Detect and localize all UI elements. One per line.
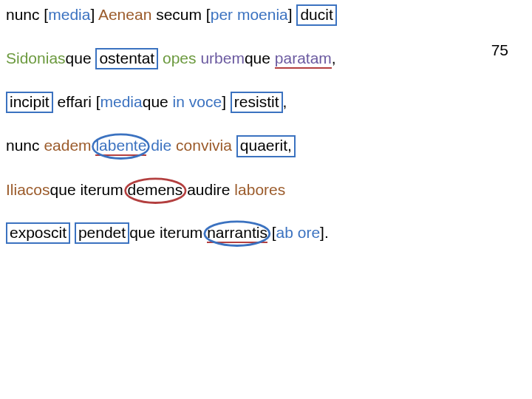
verse-line-1: nunc [media] Aenean secum [per moenia] d… [6,4,525,26]
text: audire [183,181,234,198]
word-ab-ore: ab ore [276,224,321,241]
text: , [332,50,336,66]
word-narrantis: narrantis [207,222,267,243]
text: ] [90,6,98,23]
narrantis-text: narrantis [207,224,267,243]
text: effari [ [53,93,100,110]
boxed-quaerit: quaerit, [236,135,296,157]
boxed-ostentat: ostentat [95,48,158,69]
text: que iterum [50,181,128,198]
word-in-voce: in voce [173,93,222,110]
text: , [283,93,287,110]
text: [ [267,224,276,241]
text: que [245,50,275,66]
word-convivia: convivia [176,137,232,154]
word-labente: labente [95,135,146,156]
word-die: die [151,137,171,154]
verse-line-2: Sidoniasque ostentat opes urbemque parat… [6,48,525,69]
boxed-pendet: pendet [75,222,129,244]
labente-text: labente [95,137,146,156]
word-per-moenia: per moenia [211,6,288,23]
word-sidonias: Sidonias [6,50,66,66]
demens-text: demens [128,181,183,198]
verse-line-3: incipit effari [mediaque in voce] resist… [6,92,525,113]
text: ] [288,6,297,23]
word-aenean: Aenean [98,6,151,23]
word-iliacos: Iliacos [6,181,50,198]
text: ]. [320,224,329,241]
word-demens: demens [128,180,183,200]
word-media-2: media [100,93,143,110]
boxed-exposcit: exposcit [6,222,70,244]
boxed-resistit: resistit [231,92,283,113]
word-media: media [48,6,90,23]
text: nunc [6,137,44,154]
word-paratam: paratam [275,50,332,69]
verse-line-4: nunc eadem labente die convivia quaerit, [6,135,525,157]
word-opes: opes [163,50,197,66]
word-labores: labores [234,181,285,198]
verse-line-5: Iliacosque iterum demens audire labores [6,180,525,200]
text: que [66,50,96,66]
slide: 75 nunc [media] Aenean secum [per moenia… [0,0,532,399]
text: secum [ [151,6,210,23]
text: ] [222,93,231,110]
verse-line-6: exposcit pendetque iterum narrantis [ab … [6,222,525,244]
text: nunc [ [6,6,48,23]
boxed-incipit: incipit [6,92,53,113]
text: que [143,93,173,110]
text: que iterum [129,224,207,241]
word-eadem: eadem [44,137,91,154]
boxed-ducit: ducit [296,4,336,26]
word-urbem: urbem [200,50,245,66]
